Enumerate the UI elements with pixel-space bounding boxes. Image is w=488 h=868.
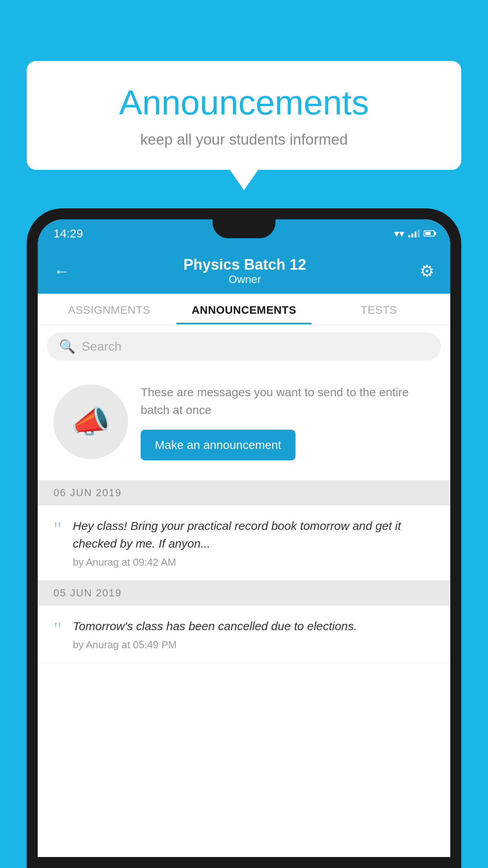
battery-icon [424, 230, 435, 237]
megaphone-icon: 📣 [71, 403, 110, 440]
phone-screen: 14:29 ▾▾ ← Physics Batch 12 Owner [38, 219, 450, 857]
signal-bar-1 [408, 235, 410, 237]
signal-icon [408, 230, 420, 237]
announcement-prompt-card: 📣 These are messages you want to send to… [38, 368, 450, 480]
owner-label: Owner [70, 273, 420, 286]
settings-icon[interactable]: ⚙ [420, 261, 435, 281]
wifi-icon: ▾▾ [394, 228, 404, 240]
header-title-area: Physics Batch 12 Owner [70, 256, 420, 286]
speech-bubble-container: Announcements keep all your students inf… [27, 61, 461, 170]
tab-bar: ASSIGNMENTS ANNOUNCEMENTS TESTS [38, 294, 450, 325]
search-icon: 🔍 [59, 338, 75, 354]
announcement-prompt-right: These are messages you want to send to t… [141, 383, 435, 460]
bubble-subtitle: keep all your students informed [50, 131, 438, 148]
announcement-content-2: Tomorrow's class has been cancelled due … [73, 617, 435, 651]
announcement-item-2[interactable]: " Tomorrow's class has been cancelled du… [38, 605, 450, 663]
announcement-message-2: Tomorrow's class has been cancelled due … [73, 617, 435, 635]
announcement-meta-1: by Anurag at 09:42 AM [73, 556, 435, 568]
date-separator-2: 05 JUN 2019 [38, 581, 450, 605]
app-header: ← Physics Batch 12 Owner ⚙ [38, 248, 450, 294]
tab-announcements[interactable]: ANNOUNCEMENTS [176, 294, 311, 324]
quote-icon-1: " [53, 519, 62, 540]
announcement-description: These are messages you want to send to t… [141, 383, 435, 419]
search-bar[interactable]: 🔍 Search [47, 332, 441, 360]
notch [213, 219, 275, 238]
phone-frame: 14:29 ▾▾ ← Physics Batch 12 Owner [27, 208, 461, 868]
battery-fill [425, 232, 431, 235]
make-announcement-button[interactable]: Make an announcement [141, 430, 295, 460]
announcement-content-1: Hey class! Bring your practical record b… [73, 517, 435, 568]
status-icons: ▾▾ [394, 228, 435, 240]
quote-icon-2: " [53, 620, 62, 640]
announcement-message-1: Hey class! Bring your practical record b… [73, 517, 435, 552]
date-label-2: 05 JUN 2019 [53, 587, 122, 599]
tab-tests[interactable]: TESTS [312, 294, 446, 324]
signal-bar-3 [415, 232, 416, 237]
content-area: 🔍 Search 📣 These are messages you want t… [38, 325, 450, 663]
status-bar: 14:29 ▾▾ [38, 219, 450, 248]
date-label-1: 06 JUN 2019 [53, 487, 122, 498]
back-button[interactable]: ← [53, 262, 70, 281]
tab-assignments[interactable]: ASSIGNMENTS [42, 294, 176, 324]
announcement-meta-2: by Anurag at 05:49 PM [73, 639, 435, 651]
signal-bar-4 [418, 230, 420, 237]
announcement-icon-circle: 📣 [53, 384, 128, 459]
date-separator-1: 06 JUN 2019 [38, 480, 450, 505]
bubble-title: Announcements [50, 83, 438, 123]
status-time: 14:29 [53, 227, 83, 240]
search-container: 🔍 Search [38, 325, 450, 368]
speech-bubble: Announcements keep all your students inf… [27, 61, 461, 170]
announcement-item-1[interactable]: " Hey class! Bring your practical record… [38, 505, 450, 581]
batch-name: Physics Batch 12 [70, 256, 420, 273]
search-placeholder: Search [82, 339, 121, 354]
signal-bar-2 [411, 234, 413, 237]
